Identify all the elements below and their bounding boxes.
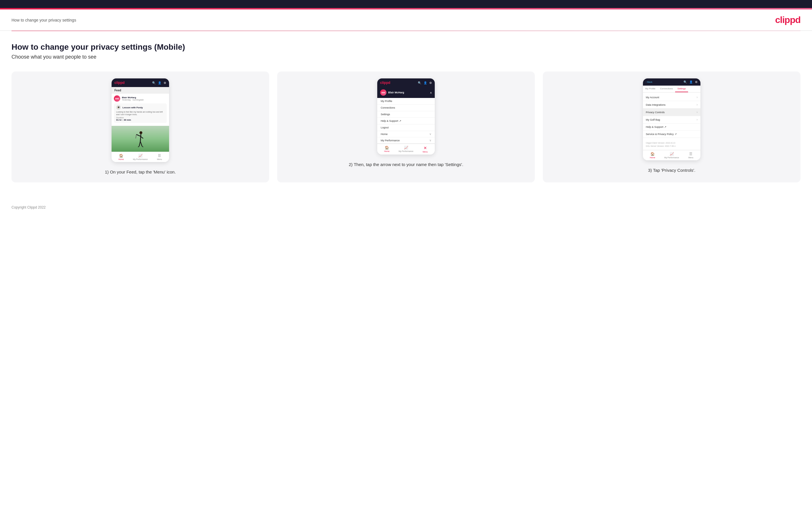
home-label: Home: [384, 150, 390, 152]
step2-home-label: Home: [381, 133, 388, 135]
steps-container: clippd 🔍 👤 ⚙ Feed BM Blair McHarg: [11, 71, 801, 182]
svg-line-8: [142, 146, 143, 147]
svg-line-1: [140, 134, 141, 141]
step3-item-mygolfbag[interactable]: My Golf Bag ›: [643, 116, 701, 123]
step1-nav-performance[interactable]: 📈 My Performance: [131, 154, 150, 160]
step3-dataintegrations-arrow: ›: [697, 103, 698, 106]
step3-item-helpsupport[interactable]: Help & Support ↗: [643, 123, 701, 131]
step-3-phone: ‹ Back 🔍 👤 ⚙ My Profile Connections Sett…: [643, 78, 701, 160]
search-icon[interactable]: 🔍: [152, 81, 156, 84]
step2-help-support[interactable]: Help & Support ↗: [377, 118, 435, 124]
step1-description: 1) On your Feed, tap the 'Menu' icon.: [105, 169, 176, 175]
step1-golf-image: [111, 126, 169, 152]
step3-back-bar: ‹ Back 🔍 👤 ⚙: [643, 78, 701, 86]
settings-icon[interactable]: ⚙: [695, 80, 698, 83]
step1-user-name: Blair McHarg: [122, 96, 144, 99]
step1-card-icon: 🎓: [116, 105, 121, 110]
performance-icon: 📈: [138, 154, 143, 158]
step2-bottom-nav: 🏠 Home 📈 My Performance ✕ Menu: [377, 144, 435, 155]
svg-line-5: [139, 141, 140, 146]
step3-tab-connections[interactable]: Connections: [658, 86, 675, 92]
menu-icon: ☰: [689, 152, 693, 156]
step1-user-info: Blair McHarg Yesterday · Sunningdale: [122, 96, 144, 101]
step2-logo: clippd: [380, 81, 390, 85]
step3-nav-menu[interactable]: ☰ Menu: [681, 152, 701, 159]
performance-icon: 📈: [670, 152, 674, 156]
step2-user-left: BM Blair McHarg: [380, 89, 404, 96]
step3-serviceprivacy-label: Service & Privacy Policy ↗: [646, 133, 677, 135]
step2-chevron-up[interactable]: ∧: [430, 91, 432, 94]
profile-icon[interactable]: 👤: [423, 81, 427, 84]
step3-nav-performance[interactable]: 📈 My Performance: [662, 152, 681, 159]
step3-myaccount-arrow: ›: [697, 96, 698, 99]
step3-item-dataintegrations[interactable]: Data Integrations ›: [643, 101, 701, 109]
step2-logout[interactable]: Logout: [377, 124, 435, 131]
step3-bottom-nav: 🏠 Home 📈 My Performance ☰ Menu: [643, 150, 701, 160]
step2-home-chevron: ∨: [429, 132, 431, 135]
step1-bottom-nav: 🏠 Home 📈 My Performance ☰ Menu: [111, 152, 169, 162]
main-content: How to change your privacy settings (Mob…: [0, 31, 812, 200]
step2-connections[interactable]: Connections: [377, 105, 435, 111]
step1-lesson-desc: Looking to feel like my hands are exitin…: [116, 111, 164, 116]
step1-duration-label: Duration: [116, 117, 164, 119]
performance-label: My Performance: [664, 157, 679, 159]
step1-avatar: BM: [114, 95, 120, 102]
home-icon: 🏠: [650, 152, 655, 156]
step3-mygolfbag-arrow: ›: [697, 118, 698, 121]
step1-feed-content: BM Blair McHarg Yesterday · Sunningdale …: [111, 94, 169, 126]
step1-nav-icons: 🔍 👤 ⚙: [152, 81, 166, 84]
search-icon[interactable]: 🔍: [418, 81, 421, 84]
step3-description: 3) Tap 'Privacy Controls'.: [648, 167, 696, 174]
step3-tab-myprofile[interactable]: My Profile: [643, 86, 658, 92]
top-bar: [0, 0, 812, 8]
step2-menu-overlay: My Profile Connections Settings Help & S…: [377, 98, 435, 144]
settings-icon[interactable]: ⚙: [164, 81, 166, 84]
page-subheading: Choose what you want people to see: [11, 54, 801, 60]
step2-performance-section[interactable]: My Performance ∨: [377, 137, 435, 144]
profile-icon[interactable]: 👤: [689, 80, 693, 83]
search-icon[interactable]: 🔍: [683, 80, 687, 83]
step2-performance-label: My Performance: [381, 139, 400, 142]
step3-item-serviceprivacy[interactable]: Service & Privacy Policy ↗: [643, 131, 701, 138]
profile-icon[interactable]: 👤: [158, 81, 161, 84]
step-1-card: clippd 🔍 👤 ⚙ Feed BM Blair McHarg: [11, 71, 269, 182]
step1-nav-home[interactable]: 🏠 Home: [111, 154, 131, 160]
step1-feed-bar: Feed: [111, 87, 169, 94]
menu-label: Menu: [689, 157, 694, 159]
step2-settings[interactable]: Settings: [377, 111, 435, 118]
performance-label: My Performance: [133, 158, 148, 160]
close-menu-icon: ✕: [423, 146, 427, 150]
step1-user-sub: Yesterday · Sunningdale: [122, 99, 144, 101]
performance-label: My Performance: [399, 150, 413, 152]
step1-nav-menu[interactable]: ☰ Menu: [150, 154, 169, 160]
step2-nav-close[interactable]: ✕ Menu: [415, 146, 435, 153]
step3-privacycontrols-arrow: ›: [697, 111, 698, 114]
step3-item-privacycontrols[interactable]: Privacy Controls ›: [643, 109, 701, 116]
svg-line-7: [138, 146, 139, 147]
svg-line-2: [136, 134, 140, 136]
step3-back-link[interactable]: ‹ Back: [646, 81, 652, 83]
step3-version-line1: Clippd Client Version: 2022.8.3-3: [646, 141, 698, 145]
step3-nav-home[interactable]: 🏠 Home: [643, 152, 662, 159]
step2-menu-user-row: BM Blair McHarg ∧: [377, 87, 435, 98]
settings-icon[interactable]: ⚙: [429, 81, 432, 84]
step1-logo: clippd: [114, 81, 124, 85]
step-2-phone: clippd 🔍 👤 ⚙ BM Blair McHarg ∧: [377, 78, 435, 155]
close-label: Menu: [423, 151, 428, 153]
step2-avatar: BM: [380, 89, 387, 96]
step-3-card: ‹ Back 🔍 👤 ⚙ My Profile Connections Sett…: [543, 71, 801, 182]
step3-dataintegrations-label: Data Integrations: [646, 103, 666, 106]
step3-item-myaccount[interactable]: My Account ›: [643, 94, 701, 101]
step2-user-name: Blair McHarg: [388, 91, 404, 94]
header: How to change your privacy settings clip…: [0, 9, 812, 31]
header-title: How to change your privacy settings: [11, 18, 76, 22]
step3-nav-icons: 🔍 👤 ⚙: [683, 80, 698, 83]
home-label: Home: [118, 158, 124, 160]
step1-nav: clippd 🔍 👤 ⚙: [111, 78, 169, 87]
step2-home-section[interactable]: Home ∨: [377, 131, 435, 137]
step3-tab-settings[interactable]: Settings: [675, 86, 688, 92]
step2-my-profile[interactable]: My Profile: [377, 98, 435, 105]
step2-nav-performance[interactable]: 📈 My Performance: [397, 146, 416, 153]
step2-nav-home[interactable]: 🏠 Home: [377, 146, 397, 153]
step3-mygolfbag-label: My Golf Bag: [646, 118, 660, 121]
